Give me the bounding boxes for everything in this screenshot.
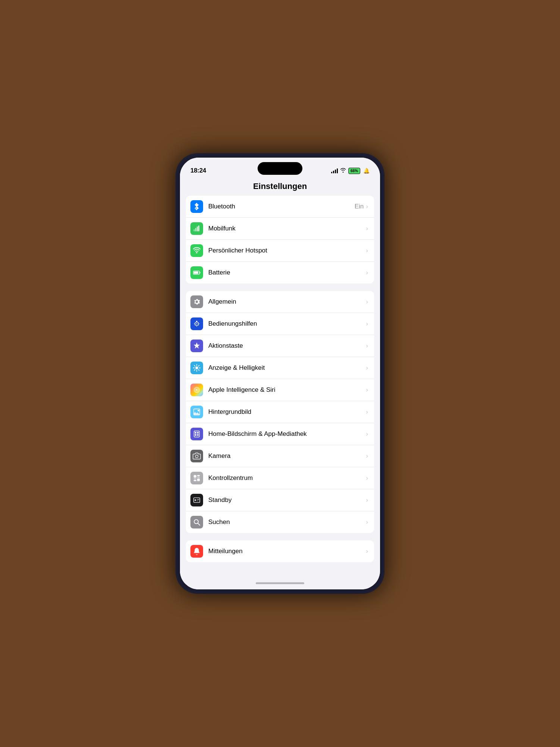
mobilfunk-icon-wrap [190, 222, 203, 235]
row-hintergrund[interactable]: Hintergrundbild › [186, 401, 374, 423]
dynamic-island [258, 162, 302, 175]
svg-rect-39 [194, 475, 196, 478]
hotspot-chevron: › [366, 247, 368, 254]
anzeige-label: Anzeige & Helligkeit [208, 364, 366, 372]
standby-chevron: › [366, 496, 368, 504]
kamera-chevron: › [366, 452, 368, 460]
svg-point-19 [195, 366, 198, 369]
suchen-label: Suchen [208, 518, 366, 526]
kontrollzentrum-label: Kontrollzentrum [208, 474, 366, 482]
svg-point-10 [196, 323, 197, 325]
bluetooth-label: Bluetooth [208, 203, 355, 210]
svg-rect-47 [197, 499, 199, 500]
svg-rect-33 [194, 431, 200, 437]
section-connectivity: Bluetooth Ein › Mobilfunk [186, 196, 374, 283]
row-kontrollzentrum[interactable]: Kontrollzentrum › [186, 467, 374, 489]
svg-rect-36 [195, 434, 196, 436]
mitteilungen-chevron: › [366, 548, 368, 555]
svg-rect-37 [197, 434, 199, 436]
status-time: 18:24 [190, 167, 206, 174]
svg-rect-3 [198, 226, 199, 232]
status-bar: 18:24 66% 🔔 [180, 158, 380, 179]
row-hotspot[interactable]: Persönlicher Hotspot › [186, 240, 374, 262]
row-kamera[interactable]: Kamera › [186, 445, 374, 467]
svg-point-4 [196, 252, 197, 254]
aktionstaste-icon-wrap [190, 340, 203, 352]
svg-rect-1 [195, 228, 196, 231]
allgemein-chevron: › [366, 298, 368, 306]
svg-point-32 [197, 410, 199, 412]
kamera-icon-wrap [190, 450, 203, 462]
standby-label: Standby [208, 496, 366, 504]
svg-line-50 [198, 523, 200, 526]
batterie-icon-wrap [190, 266, 203, 279]
signal-icon [331, 168, 338, 173]
svg-rect-7 [194, 272, 198, 274]
home-indicator [180, 577, 380, 589]
svg-rect-42 [194, 478, 196, 479]
svg-line-27 [194, 369, 195, 370]
aktionstaste-label: Aktionstaste [208, 342, 366, 350]
svg-line-26 [198, 365, 199, 366]
row-mobilfunk[interactable]: Mobilfunk › [186, 218, 374, 240]
siri-label: Apple Intelligence & Siri [208, 386, 366, 394]
homescreen-chevron: › [366, 430, 368, 438]
allgemein-label: Allgemein [208, 298, 366, 306]
status-icons: 66% 🔔 [331, 168, 370, 174]
battery-indicator: 66% [348, 168, 360, 174]
hotspot-icon-wrap [190, 244, 203, 257]
standby-icon-wrap [190, 494, 203, 506]
mitteilungen-icon-wrap [190, 545, 203, 558]
homescreen-icon-wrap [190, 428, 203, 440]
row-homescreen[interactable]: Home-Bildschirm & App-Mediathek › [186, 423, 374, 445]
section-notifications: Mitteilungen › [186, 540, 374, 562]
bluetooth-value: Ein [355, 203, 364, 210]
row-siri[interactable]: Apple Intelligence & Siri › [186, 379, 374, 401]
row-aktionstaste[interactable]: Aktionstaste › [186, 335, 374, 357]
svg-rect-34 [195, 432, 196, 434]
row-standby[interactable]: Standby › [186, 489, 374, 511]
batterie-chevron: › [366, 269, 368, 276]
suchen-icon-wrap [190, 516, 203, 529]
row-mitteilungen[interactable]: Mitteilungen › [186, 540, 374, 562]
phone-screen: 18:24 66% 🔔 [180, 158, 380, 589]
row-anzeige[interactable]: Anzeige & Helligkeit › [186, 357, 374, 379]
row-batterie[interactable]: Batterie › [186, 262, 374, 283]
suchen-chevron: › [366, 518, 368, 526]
bedienungshilfen-chevron: › [366, 320, 368, 328]
svg-rect-44 [197, 478, 200, 481]
svg-rect-35 [197, 432, 199, 434]
siri-icon-wrap [190, 384, 203, 396]
svg-rect-2 [197, 227, 198, 232]
mobilfunk-label: Mobilfunk [208, 225, 366, 232]
anzeige-chevron: › [366, 364, 368, 372]
mute-icon: 🔔 [363, 168, 370, 174]
row-allgemein[interactable]: Allgemein › [186, 291, 374, 313]
section-general: Allgemein › [186, 291, 374, 533]
page-title: Einstellungen [180, 179, 380, 196]
homescreen-label: Home-Bildschirm & App-Mediathek [208, 430, 366, 438]
svg-rect-48 [197, 500, 199, 501]
row-bluetooth[interactable]: Bluetooth Ein › [186, 196, 374, 218]
row-bedienungshilfen[interactable]: Bedienungshilfen › [186, 313, 374, 335]
aktionstaste-chevron: › [366, 342, 368, 350]
hintergrund-label: Hintergrundbild [208, 408, 366, 416]
bluetooth-chevron: › [366, 203, 368, 210]
svg-rect-6 [199, 272, 200, 273]
svg-point-38 [195, 455, 198, 458]
kontrollzentrum-chevron: › [366, 474, 368, 482]
anzeige-icon-wrap [190, 362, 203, 374]
phone-frame: 18:24 66% 🔔 [175, 153, 385, 594]
row-suchen[interactable]: Suchen › [186, 511, 374, 533]
svg-rect-0 [194, 229, 195, 232]
hintergrund-chevron: › [366, 408, 368, 416]
settings-content[interactable]: Bluetooth Ein › Mobilfunk [180, 196, 380, 577]
svg-point-30 [196, 389, 198, 391]
kamera-label: Kamera [208, 452, 366, 460]
mitteilungen-label: Mitteilungen [208, 548, 366, 555]
svg-line-25 [198, 369, 199, 370]
hintergrund-icon-wrap [190, 406, 203, 418]
kontrollzentrum-icon-wrap [190, 472, 203, 484]
bedienungshilfen-label: Bedienungshilfen [208, 320, 366, 328]
svg-line-24 [194, 365, 195, 366]
